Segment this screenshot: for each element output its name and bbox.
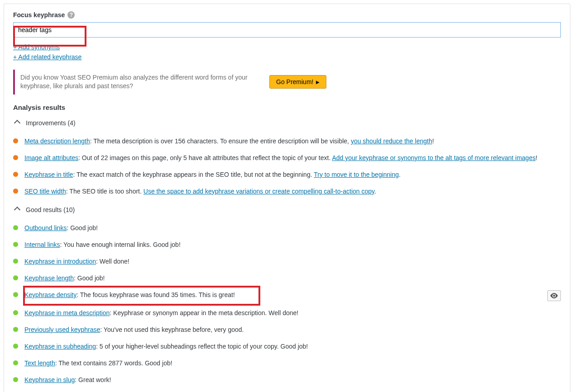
chevron-up-icon xyxy=(14,120,20,126)
good-results-heading: Good results (10) xyxy=(26,206,75,213)
result-topic-link[interactable]: SEO title width xyxy=(24,188,66,195)
status-bullet-icon xyxy=(13,327,18,332)
go-premium-label: Go Premium! xyxy=(276,78,313,85)
result-text: Keyphrase in title: The exact match of t… xyxy=(24,170,561,179)
list-item: Keyphrase in introduction: Well done! xyxy=(13,253,561,270)
status-bullet-icon xyxy=(13,172,18,177)
list-item: Previously used keyphrase: You've not us… xyxy=(13,321,561,338)
result-topic-link[interactable]: Previously used keyphrase xyxy=(24,326,100,333)
eye-icon xyxy=(550,293,558,298)
improvements-toggle[interactable]: Improvements (4) xyxy=(13,119,561,127)
status-bullet-icon xyxy=(13,310,18,315)
result-topic-link[interactable]: Image alt attributes xyxy=(24,154,78,161)
result-topic-link[interactable]: Keyphrase in meta description xyxy=(24,309,110,316)
list-item: Image alt attributes: Out of 22 images o… xyxy=(13,150,561,166)
result-text: SEO title width: The SEO title is too sh… xyxy=(24,187,561,196)
good-results-toggle[interactable]: Good results (10) xyxy=(13,206,561,213)
focus-label-row: Focus keyphrase ? xyxy=(13,11,561,19)
chevron-up-icon xyxy=(14,207,20,213)
play-icon: ▶ xyxy=(316,80,320,85)
add-links: + Add synonyms + Add related keyphrase xyxy=(13,42,561,62)
result-action-link[interactable]: Use the space to add keyphrase variation… xyxy=(144,188,374,195)
seo-analysis-panel: Focus keyphrase ? + Add synonyms + Add r… xyxy=(4,4,570,392)
result-text: Previously used keyphrase: You've not us… xyxy=(24,325,561,335)
result-text: Keyphrase length: Good job! xyxy=(24,274,561,283)
focus-keyphrase-area: Focus keyphrase ? xyxy=(13,11,561,38)
result-topic-link[interactable]: Keyphrase in title xyxy=(24,171,73,178)
improvements-heading: Improvements (4) xyxy=(26,119,76,127)
result-text: Keyphrase density: The focus keyphrase w… xyxy=(24,290,541,300)
result-topic-link[interactable]: Keyphrase in slug xyxy=(24,376,75,383)
result-topic-link[interactable]: Meta description length xyxy=(24,137,90,145)
focus-label: Focus keyphrase xyxy=(13,11,65,19)
add-synonyms-link[interactable]: + Add synonyms xyxy=(13,42,561,52)
status-bullet-icon xyxy=(13,360,18,365)
result-text: Keyphrase in meta description: Keyphrase… xyxy=(24,308,561,318)
result-topic-link[interactable]: Keyphrase density xyxy=(24,291,77,298)
improvements-list: Meta description length: The meta descri… xyxy=(13,133,561,200)
good-results-list: Outbound links: Good job!Internal links:… xyxy=(13,220,561,388)
status-bullet-icon xyxy=(13,344,18,349)
status-bullet-icon xyxy=(13,377,18,382)
result-topic-link[interactable]: Outbound links xyxy=(24,224,67,231)
status-bullet-icon xyxy=(13,292,18,297)
mark-highlight-button[interactable] xyxy=(547,290,561,301)
result-text: Keyphrase in subheading: 5 of your highe… xyxy=(24,342,561,351)
help-icon[interactable]: ? xyxy=(67,11,75,19)
add-related-link[interactable]: + Add related keyphrase xyxy=(13,52,561,62)
status-bullet-icon xyxy=(13,225,18,230)
status-bullet-icon xyxy=(13,138,18,143)
list-item: Outbound links: Good job! xyxy=(13,220,561,236)
list-item: Keyphrase length: Good job! xyxy=(13,270,561,287)
list-item: Text length: The text contains 2877 word… xyxy=(13,355,561,372)
result-text: Text length: The text contains 2877 word… xyxy=(24,359,561,368)
status-bullet-icon xyxy=(13,189,18,194)
list-item: Keyphrase density: The focus keyphrase w… xyxy=(13,287,561,305)
focus-keyphrase-input[interactable] xyxy=(13,22,561,38)
result-action-link[interactable]: you should reduce the length xyxy=(351,137,432,145)
status-bullet-icon xyxy=(13,155,18,160)
status-bullet-icon xyxy=(13,275,18,280)
list-item: Keyphrase in subheading: 5 of your highe… xyxy=(13,338,561,355)
result-text: Meta description length: The meta descri… xyxy=(24,137,561,146)
list-item: Meta description length: The meta descri… xyxy=(13,133,561,150)
list-item: Internal links: You have enough internal… xyxy=(13,236,561,253)
analysis-results-heading: Analysis results xyxy=(13,104,561,111)
list-item: Keyphrase in title: The exact match of t… xyxy=(13,166,561,183)
go-premium-button[interactable]: Go Premium! ▶ xyxy=(269,75,326,89)
list-item: Keyphrase in meta description: Keyphrase… xyxy=(13,305,561,321)
result-topic-link[interactable]: Keyphrase in subheading xyxy=(24,343,96,350)
result-topic-link[interactable]: Keyphrase in introduction xyxy=(24,258,96,265)
result-topic-link[interactable]: Internal links xyxy=(24,241,60,248)
result-topic-link[interactable]: Text length xyxy=(24,359,55,367)
status-bullet-icon xyxy=(13,259,18,264)
upsell-text: Did you know Yoast SEO Premium also anal… xyxy=(20,73,256,91)
result-text: Outbound links: Good job! xyxy=(24,223,561,233)
status-bullet-icon xyxy=(13,242,18,247)
result-topic-link[interactable]: Keyphrase length xyxy=(24,274,74,282)
result-text: Image alt attributes: Out of 22 images o… xyxy=(24,153,561,163)
result-action-link[interactable]: Add your keyphrase or synonyms to the al… xyxy=(332,154,536,161)
list-item: Keyphrase in slug: Great work! xyxy=(13,372,561,388)
premium-upsell: Did you know Yoast SEO Premium also anal… xyxy=(13,70,561,94)
result-text: Keyphrase in introduction: Well done! xyxy=(24,257,561,266)
list-item: SEO title width: The SEO title is too sh… xyxy=(13,183,561,200)
result-text: Keyphrase in slug: Great work! xyxy=(24,375,561,385)
result-text: Internal links: You have enough internal… xyxy=(24,240,561,250)
result-action-link[interactable]: Try to move it to the beginning xyxy=(314,171,399,178)
